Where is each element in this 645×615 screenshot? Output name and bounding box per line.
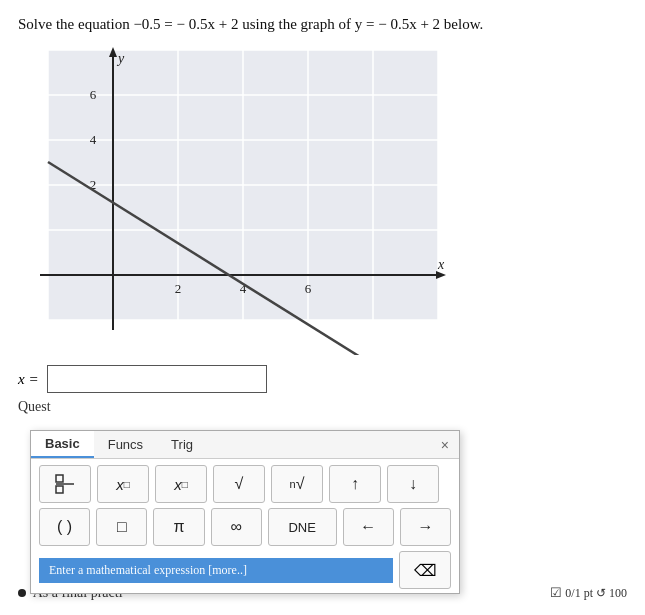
graph-container: y x 6 4 2 2 4 6 — [18, 45, 448, 355]
expression-hint[interactable]: Enter a mathematical expression [more..] — [39, 558, 393, 583]
x-axis-label: x — [437, 257, 445, 272]
nth-root-button[interactable]: n√ — [271, 465, 323, 503]
page-container: Solve the equation −0.5 = − 0.5x + 2 usi… — [0, 0, 645, 615]
box-button[interactable]: □ — [96, 508, 147, 546]
y-tick-4: 4 — [90, 132, 97, 147]
pi-button[interactable]: π — [153, 508, 204, 546]
sqrt-button[interactable]: √ — [213, 465, 265, 503]
tab-basic[interactable]: Basic — [31, 431, 94, 458]
up-arrow-button[interactable]: ↑ — [329, 465, 381, 503]
fraction-button[interactable] — [39, 465, 91, 503]
x-tick-2: 2 — [175, 281, 182, 296]
keyboard-panel: Basic Funcs Trig × x□ x□ — [30, 430, 460, 594]
graph-svg: y x 6 4 2 2 4 6 — [18, 45, 448, 355]
tab-funcs[interactable]: Funcs — [94, 432, 157, 457]
y-tick-6: 6 — [90, 87, 97, 102]
close-button[interactable]: × — [431, 433, 459, 457]
svg-marker-18 — [436, 271, 446, 279]
keyboard-tabs: Basic Funcs Trig × — [31, 431, 459, 459]
answer-input[interactable] — [47, 365, 267, 393]
score-text: 0/1 pt — [565, 586, 593, 601]
subscript-button[interactable]: x□ — [155, 465, 207, 503]
backspace-button[interactable]: ⌫ — [399, 551, 451, 589]
rotate-icon: ↺ — [596, 586, 606, 601]
score-check-icon: ☑ — [550, 585, 562, 601]
x-tick-6: 6 — [305, 281, 312, 296]
parens-button[interactable]: ( ) — [39, 508, 90, 546]
right-arrow-button[interactable]: → — [400, 508, 451, 546]
down-arrow-button[interactable]: ↓ — [387, 465, 439, 503]
keyboard-row-2: ( ) □ π ∞ DNE ← → — [39, 508, 451, 546]
points-text: 100 — [609, 586, 627, 601]
question-prefix: Quest — [18, 399, 51, 414]
problem-statement: Solve the equation −0.5 = − 0.5x + 2 usi… — [18, 14, 627, 35]
question-label: Quest — [18, 399, 627, 415]
keyboard-row-1: x□ x□ √ n√ ↑ ↓ — [39, 465, 451, 503]
superscript-button[interactable]: x□ — [97, 465, 149, 503]
x-equals-label: x = — [18, 371, 39, 388]
answer-row: x = — [18, 365, 627, 393]
score-badge: ☑ 0/1 pt ↺ 100 — [550, 585, 627, 601]
svg-rect-22 — [56, 486, 63, 493]
y-axis-label: y — [116, 51, 125, 66]
infinity-button[interactable]: ∞ — [211, 508, 262, 546]
keyboard-rows: x□ x□ √ n√ ↑ ↓ ( ) □ π ∞ DNE ← → — [31, 459, 459, 593]
dne-button[interactable]: DNE — [268, 508, 337, 546]
problem-text: Solve the equation −0.5 = − 0.5x + 2 usi… — [18, 16, 483, 32]
tab-trig[interactable]: Trig — [157, 432, 207, 457]
svg-rect-20 — [56, 475, 63, 482]
left-arrow-button[interactable]: ← — [343, 508, 394, 546]
